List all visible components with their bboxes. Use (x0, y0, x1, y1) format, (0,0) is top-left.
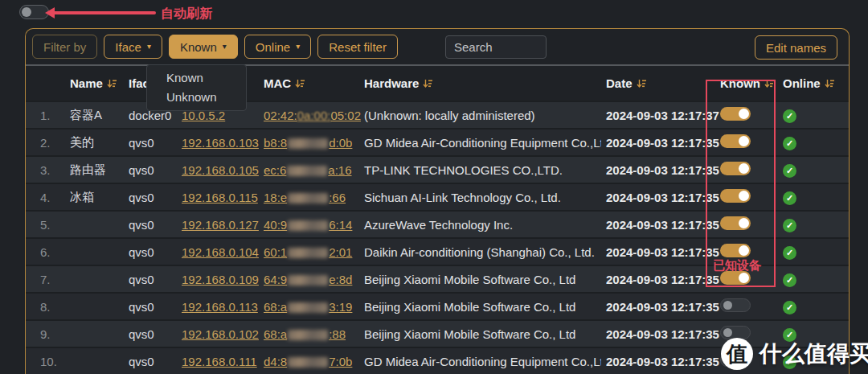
toggle-knob (739, 136, 749, 146)
online-check-icon: ✓ (783, 273, 796, 287)
hardware-vendor: GD Midea Air-Conditioning Equipment Co.,… (360, 136, 601, 150)
hardware-vendor: (Unknown: locally administered) (360, 109, 601, 122)
censor-blur-patch (288, 220, 328, 231)
online-check-icon: ✓ (783, 219, 796, 232)
table-row: 3. 路由器 qvs0 192.168.0.105 ec:6a:16 TP-LI… (26, 155, 849, 183)
sort-icon (295, 79, 305, 88)
mac-link[interactable]: b8:8d:0b (264, 136, 352, 150)
edit-names-button[interactable]: Edit names (755, 35, 837, 60)
row-number: 3. (26, 163, 65, 177)
sort-icon (637, 79, 647, 88)
toggle-knob (739, 191, 749, 201)
hardware-vendor: Sichuan AI-Link Technology Co., Ltd. (360, 191, 601, 204)
device-iface: qvs0 (125, 355, 178, 368)
mac-link[interactable]: 60:12:01 (264, 245, 352, 259)
mac-link[interactable]: 68:a:88 (264, 327, 346, 341)
online-check-icon: ✓ (783, 137, 796, 150)
ip-link[interactable]: 192.168.0.103 (182, 136, 259, 150)
last-seen-date: 2024-09-03 12:17:35 (601, 355, 704, 368)
watermark-text: 什么值得买 (760, 339, 868, 369)
ip-link[interactable]: 192.168.0.102 (182, 327, 259, 341)
table-row: 7. qvs0 192.168.0.109 64:9e:8d Beijing X… (26, 265, 849, 292)
toggle-knob (739, 218, 749, 228)
known-toggle[interactable] (720, 107, 751, 121)
row-number: 6. (26, 245, 65, 259)
col-header-online[interactable]: Online (775, 76, 849, 90)
online-filter-button[interactable]: Online▾ (244, 35, 311, 59)
sort-icon (107, 79, 117, 88)
ip-link[interactable]: 192.168.0.127 (182, 218, 259, 232)
mac-link[interactable]: d4:87:0b (264, 355, 352, 368)
iface-filter-button[interactable]: Iface▾ (104, 35, 162, 59)
table-row: 2. 美的 qvs0 192.168.0.103 b8:8d:0b GD Mid… (26, 128, 849, 155)
search-input[interactable] (445, 35, 547, 59)
device-iface: qvs0 (125, 327, 178, 341)
row-number: 1. (26, 109, 65, 122)
mac-link[interactable]: 64:9e:8d (264, 273, 352, 286)
sort-icon (764, 79, 775, 88)
col-header-mac[interactable]: MAC (257, 76, 360, 90)
last-seen-date: 2024-09-03 12:17:35 (601, 273, 704, 286)
sort-icon (825, 79, 835, 88)
col-header-date[interactable]: Date (601, 76, 704, 90)
mac-link[interactable]: 68:a3:19 (264, 300, 352, 314)
device-name: 冰箱 (65, 190, 125, 205)
known-filter-dropdown: Known Unknown (146, 64, 247, 111)
filter-by-button[interactable]: Filter by (32, 35, 97, 59)
mac-link[interactable]: 02:42:0a:00:05:02 (264, 109, 361, 122)
hardware-vendor: GD Midea Air-Conditioning Equipment Co.,… (360, 355, 601, 368)
mac-link[interactable]: ec:6a:16 (264, 163, 352, 177)
dropdown-item-known[interactable]: Known (147, 68, 246, 88)
device-iface: qvs0 (125, 245, 178, 259)
censor-blur-patch (288, 138, 328, 149)
toggle-knob (723, 328, 732, 337)
col-header-name[interactable]: Name (65, 76, 125, 90)
col-header-known[interactable]: Known (704, 76, 775, 90)
device-iface: qvs0 (125, 191, 178, 204)
reset-filter-button[interactable]: Reset filter (317, 35, 398, 59)
row-number: 4. (26, 191, 65, 204)
known-toggle[interactable] (720, 271, 751, 285)
smzdm-logo-icon: 值 (721, 338, 753, 370)
device-iface: qvs0 (125, 300, 178, 314)
hardware-vendor: Beijing Xiaomi Mobile Software Co., Ltd (360, 327, 601, 341)
table-row: 5. qvs0 192.168.0.127 40:96:14 AzureWave… (26, 210, 849, 237)
device-iface: qvs0 (125, 218, 178, 232)
ip-link[interactable]: 192.168.0.113 (182, 300, 258, 314)
known-filter-button[interactable]: Known▾ (169, 35, 238, 59)
hardware-vendor: Daikin Air-conditioning (Shanghai) Co., … (360, 245, 601, 259)
dropdown-item-unknown[interactable]: Unknown (147, 88, 246, 107)
device-name: 容器A (65, 108, 125, 123)
last-seen-date: 2024-09-03 12:17:35 (601, 163, 704, 177)
known-toggle[interactable] (720, 189, 751, 203)
known-toggle[interactable] (720, 134, 751, 148)
ip-link[interactable]: 192.168.0.111 (182, 355, 257, 368)
last-seen-date: 2024-09-03 12:17:35 (601, 191, 704, 204)
censor-blur-patch (288, 330, 328, 340)
watermark: 值 什么值得买 (721, 338, 868, 370)
mac-link[interactable]: 18:e:66 (264, 191, 346, 204)
device-name: 路由器 (65, 162, 125, 178)
censor-blur-patch (288, 275, 328, 286)
known-toggle[interactable] (720, 298, 751, 312)
last-seen-date: 2024-09-03 12:17:35 (601, 245, 704, 259)
ip-link[interactable]: 192.168.0.109 (182, 273, 259, 286)
censor-blur-patch (288, 248, 328, 258)
col-header-hardware[interactable]: Hardware (360, 76, 601, 90)
annotation-arrow-line (53, 11, 156, 14)
table-row: 8. qvs0 192.168.0.113 68:a3:19 Beijing X… (26, 292, 849, 319)
known-toggle[interactable] (720, 244, 751, 257)
known-toggle[interactable] (720, 216, 751, 230)
devices-panel: Filter by Iface▾ Known▾ Online▾ Reset fi… (25, 28, 850, 374)
ip-link[interactable]: 192.168.0.104 (182, 245, 259, 259)
last-seen-date: 2024-09-03 12:17:35 (601, 327, 704, 341)
censor-blur-patch (288, 357, 328, 368)
online-check-icon: ✓ (783, 164, 796, 178)
ip-link[interactable]: 192.168.0.105 (182, 163, 259, 177)
known-toggle[interactable] (720, 162, 751, 175)
ip-link[interactable]: 192.168.0.115 (182, 191, 258, 204)
mac-link[interactable]: 40:96:14 (264, 218, 352, 232)
table-body: 1. 容器A docker0 10.0.5.2 02:42:0a:00:05:0… (26, 101, 849, 374)
row-number: 8. (26, 300, 65, 314)
chevron-down-icon: ▾ (223, 43, 227, 51)
